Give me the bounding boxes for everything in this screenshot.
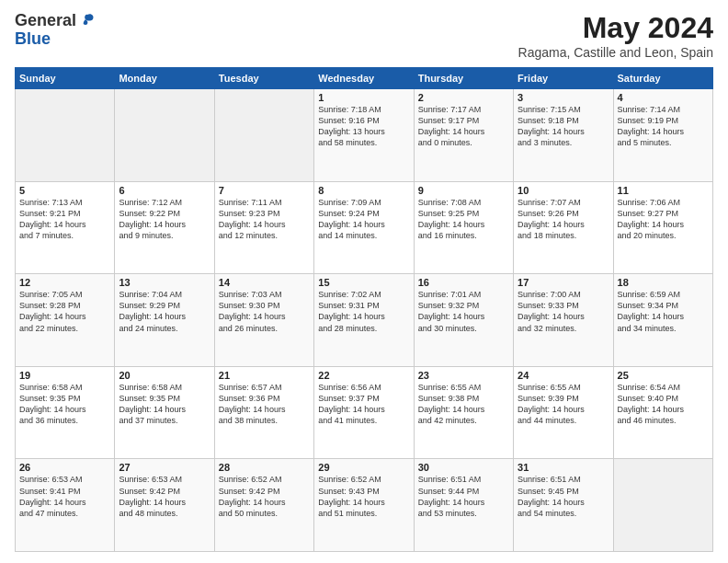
day-cell: 12Sunrise: 7:05 AM Sunset: 9:28 PM Dayli… — [16, 274, 115, 367]
day-cell: 15Sunrise: 7:02 AM Sunset: 9:31 PM Dayli… — [314, 274, 414, 367]
day-info: Sunrise: 7:07 AM Sunset: 9:26 PM Dayligh… — [518, 197, 609, 242]
day-info: Sunrise: 6:55 AM Sunset: 9:38 PM Dayligh… — [418, 382, 509, 427]
day-cell: 31Sunrise: 6:51 AM Sunset: 9:45 PM Dayli… — [514, 459, 613, 552]
col-header-monday: Monday — [115, 68, 214, 89]
day-info: Sunrise: 7:03 AM Sunset: 9:30 PM Dayligh… — [219, 289, 310, 334]
day-cell: 3Sunrise: 7:15 AM Sunset: 9:18 PM Daylig… — [514, 89, 613, 182]
week-row-1: 5Sunrise: 7:13 AM Sunset: 9:21 PM Daylig… — [16, 181, 713, 274]
day-cell: 16Sunrise: 7:01 AM Sunset: 9:32 PM Dayli… — [414, 274, 513, 367]
day-cell: 28Sunrise: 6:52 AM Sunset: 9:42 PM Dayli… — [214, 459, 313, 552]
day-number: 19 — [19, 370, 110, 381]
day-info: Sunrise: 6:59 AM Sunset: 9:34 PM Dayligh… — [618, 289, 709, 334]
day-number: 29 — [318, 462, 409, 473]
header: General Blue May 2024 Ragama, Castille a… — [15, 11, 713, 60]
day-cell: 4Sunrise: 7:14 AM Sunset: 9:19 PM Daylig… — [613, 89, 712, 182]
day-info: Sunrise: 6:52 AM Sunset: 9:42 PM Dayligh… — [219, 474, 310, 519]
day-info: Sunrise: 7:11 AM Sunset: 9:23 PM Dayligh… — [219, 197, 310, 242]
day-number: 13 — [119, 277, 210, 288]
day-cell: 13Sunrise: 7:04 AM Sunset: 9:29 PM Dayli… — [115, 274, 214, 367]
day-cell — [214, 89, 313, 182]
day-cell: 18Sunrise: 6:59 AM Sunset: 9:34 PM Dayli… — [613, 274, 712, 367]
day-number: 27 — [119, 462, 210, 473]
day-info: Sunrise: 6:56 AM Sunset: 9:37 PM Dayligh… — [318, 382, 409, 427]
day-info: Sunrise: 7:08 AM Sunset: 9:25 PM Dayligh… — [418, 197, 509, 242]
day-number: 11 — [618, 185, 709, 196]
week-row-2: 12Sunrise: 7:05 AM Sunset: 9:28 PM Dayli… — [16, 274, 713, 367]
day-number: 17 — [518, 277, 609, 288]
day-number: 3 — [518, 92, 609, 103]
day-number: 30 — [418, 462, 509, 473]
day-cell: 21Sunrise: 6:57 AM Sunset: 9:36 PM Dayli… — [214, 366, 313, 459]
day-info: Sunrise: 7:14 AM Sunset: 9:19 PM Dayligh… — [618, 104, 709, 149]
day-info: Sunrise: 7:09 AM Sunset: 9:24 PM Dayligh… — [318, 197, 409, 242]
day-number: 25 — [618, 370, 709, 381]
day-info: Sunrise: 7:02 AM Sunset: 9:31 PM Dayligh… — [318, 289, 409, 334]
day-number: 20 — [119, 370, 210, 381]
logo-general-text: General — [15, 11, 76, 30]
day-cell: 8Sunrise: 7:09 AM Sunset: 9:24 PM Daylig… — [314, 181, 414, 274]
day-cell: 6Sunrise: 7:12 AM Sunset: 9:22 PM Daylig… — [115, 181, 214, 274]
day-number: 1 — [318, 92, 409, 103]
day-number: 22 — [318, 370, 409, 381]
day-info: Sunrise: 7:01 AM Sunset: 9:32 PM Dayligh… — [418, 289, 509, 334]
day-cell — [613, 459, 712, 552]
day-info: Sunrise: 7:13 AM Sunset: 9:21 PM Dayligh… — [19, 197, 110, 242]
day-number: 2 — [418, 92, 509, 103]
day-cell — [16, 89, 115, 182]
day-info: Sunrise: 6:53 AM Sunset: 9:41 PM Dayligh… — [19, 474, 110, 519]
day-cell: 11Sunrise: 7:06 AM Sunset: 9:27 PM Dayli… — [613, 181, 712, 274]
day-info: Sunrise: 6:52 AM Sunset: 9:43 PM Dayligh… — [318, 474, 409, 519]
day-number: 4 — [618, 92, 709, 103]
day-info: Sunrise: 7:12 AM Sunset: 9:22 PM Dayligh… — [119, 197, 210, 242]
day-cell: 25Sunrise: 6:54 AM Sunset: 9:40 PM Dayli… — [613, 366, 712, 459]
logo: General Blue — [15, 11, 97, 47]
day-cell: 2Sunrise: 7:17 AM Sunset: 9:17 PM Daylig… — [414, 89, 513, 182]
day-cell: 23Sunrise: 6:55 AM Sunset: 9:38 PM Dayli… — [414, 366, 513, 459]
month-year: May 2024 — [518, 11, 713, 45]
day-info: Sunrise: 7:04 AM Sunset: 9:29 PM Dayligh… — [119, 289, 210, 334]
day-number: 18 — [618, 277, 709, 288]
day-cell: 10Sunrise: 7:07 AM Sunset: 9:26 PM Dayli… — [514, 181, 613, 274]
day-number: 14 — [219, 277, 310, 288]
day-info: Sunrise: 6:58 AM Sunset: 9:35 PM Dayligh… — [119, 382, 210, 427]
day-number: 10 — [518, 185, 609, 196]
day-number: 6 — [119, 185, 210, 196]
day-info: Sunrise: 7:18 AM Sunset: 9:16 PM Dayligh… — [318, 104, 409, 149]
col-header-saturday: Saturday — [613, 68, 712, 89]
day-number: 9 — [418, 185, 509, 196]
week-row-3: 19Sunrise: 6:58 AM Sunset: 9:35 PM Dayli… — [16, 366, 713, 459]
col-header-friday: Friday — [514, 68, 613, 89]
day-cell: 20Sunrise: 6:58 AM Sunset: 9:35 PM Dayli… — [115, 366, 214, 459]
logo-bird-icon — [78, 12, 97, 30]
day-cell: 22Sunrise: 6:56 AM Sunset: 9:37 PM Dayli… — [314, 366, 414, 459]
day-cell: 7Sunrise: 7:11 AM Sunset: 9:23 PM Daylig… — [214, 181, 313, 274]
week-row-4: 26Sunrise: 6:53 AM Sunset: 9:41 PM Dayli… — [16, 459, 713, 552]
col-header-sunday: Sunday — [16, 68, 115, 89]
day-info: Sunrise: 6:53 AM Sunset: 9:42 PM Dayligh… — [119, 474, 210, 519]
day-info: Sunrise: 6:54 AM Sunset: 9:40 PM Dayligh… — [618, 382, 709, 427]
day-cell: 27Sunrise: 6:53 AM Sunset: 9:42 PM Dayli… — [115, 459, 214, 552]
title-block: May 2024 Ragama, Castille and Leon, Spai… — [518, 11, 713, 60]
day-number: 21 — [219, 370, 310, 381]
page: General Blue May 2024 Ragama, Castille a… — [0, 0, 728, 563]
day-info: Sunrise: 7:05 AM Sunset: 9:28 PM Dayligh… — [19, 289, 110, 334]
day-cell: 1Sunrise: 7:18 AM Sunset: 9:16 PM Daylig… — [314, 89, 414, 182]
day-number: 28 — [219, 462, 310, 473]
week-row-0: 1Sunrise: 7:18 AM Sunset: 9:16 PM Daylig… — [16, 89, 713, 182]
calendar-table: SundayMondayTuesdayWednesdayThursdayFrid… — [15, 67, 713, 552]
location: Ragama, Castille and Leon, Spain — [518, 45, 713, 60]
col-header-tuesday: Tuesday — [214, 68, 313, 89]
day-number: 8 — [318, 185, 409, 196]
day-cell: 30Sunrise: 6:51 AM Sunset: 9:44 PM Dayli… — [414, 459, 513, 552]
day-number: 26 — [19, 462, 110, 473]
day-info: Sunrise: 6:51 AM Sunset: 9:45 PM Dayligh… — [518, 474, 609, 519]
day-number: 7 — [219, 185, 310, 196]
day-number: 16 — [418, 277, 509, 288]
day-cell: 19Sunrise: 6:58 AM Sunset: 9:35 PM Dayli… — [16, 366, 115, 459]
day-number: 12 — [19, 277, 110, 288]
day-cell: 26Sunrise: 6:53 AM Sunset: 9:41 PM Dayli… — [16, 459, 115, 552]
day-number: 5 — [19, 185, 110, 196]
day-cell: 9Sunrise: 7:08 AM Sunset: 9:25 PM Daylig… — [414, 181, 513, 274]
day-info: Sunrise: 6:51 AM Sunset: 9:44 PM Dayligh… — [418, 474, 509, 519]
day-info: Sunrise: 7:06 AM Sunset: 9:27 PM Dayligh… — [618, 197, 709, 242]
